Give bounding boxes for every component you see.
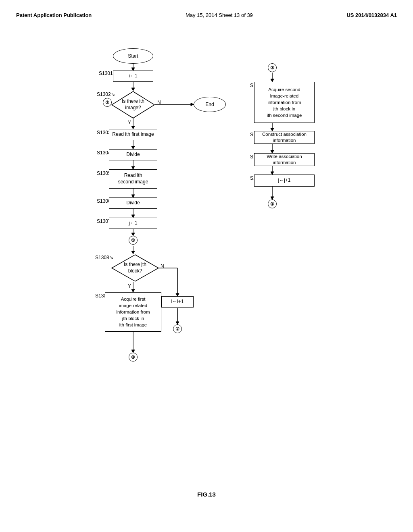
svg-marker-9 [131, 146, 135, 149]
svg-marker-36 [271, 197, 274, 200]
header: Patent Application Publication May 15, 2… [16, 8, 397, 26]
svg-marker-26 [131, 350, 135, 353]
s1312-box: Write associationinformation [254, 153, 315, 166]
circle1-a: ① [129, 236, 138, 245]
end-oval: End [194, 97, 226, 112]
header-left: Patent Application Publication [16, 12, 92, 18]
svg-marker-3 [131, 88, 135, 91]
svg-marker-5 [131, 126, 135, 129]
s1308-y-label: Y [128, 283, 131, 289]
header-right: US 2014/0132834 A1 [346, 12, 397, 18]
svg-marker-21 [131, 289, 135, 292]
svg-marker-38 [176, 322, 179, 324]
s1301-box: i←1 [113, 71, 153, 82]
s1311-box: Construct associationinformation [254, 131, 315, 144]
s1302-y-label: Y [128, 120, 131, 125]
s1302-diamond: Is there ithimage? [111, 91, 155, 119]
svg-marker-30 [271, 128, 274, 131]
s1314-box: i←i+1 [161, 296, 194, 308]
s1303-box: Read ith first image [109, 129, 157, 140]
s1304-box: Divide [109, 149, 157, 160]
s1307-box: j←1 [109, 218, 157, 229]
svg-marker-28 [271, 79, 274, 82]
s1309-box: Acquire firstimage-relatedinformation fr… [105, 292, 161, 332]
svg-marker-1 [131, 68, 135, 71]
s1302-n-label: N [157, 100, 161, 105]
circle1-b: ① [268, 200, 277, 208]
svg-marker-7 [191, 103, 194, 106]
s1308-label: S1308↘ [95, 255, 113, 260]
diagram-area: Start S1301↘ i←1 ② S1302↘ Is there ithim… [16, 30, 397, 502]
circle2-b: ② [103, 98, 112, 107]
circle2-a: ② [173, 324, 182, 333]
page: Patent Application Publication May 15, 2… [0, 0, 413, 532]
svg-marker-15 [131, 215, 135, 218]
start-oval: Start [113, 48, 153, 64]
figure-caption: FIG.13 [16, 491, 397, 498]
s1306-box: Divide [109, 197, 157, 209]
svg-marker-19 [131, 251, 135, 254]
svg-marker-32 [271, 150, 274, 153]
s1308-diamond: Is there jthblock? [111, 254, 159, 282]
svg-marker-17 [131, 233, 135, 236]
circle3-a: ③ [129, 353, 138, 362]
s1310-box: Acquire secondimage-relatedinformation f… [254, 82, 315, 123]
s1305-box: Read ith second image [109, 169, 157, 189]
header-center: May 15, 2014 Sheet 13 of 39 [186, 12, 253, 18]
svg-marker-34 [271, 172, 274, 175]
s1308-n-label: N [161, 263, 164, 269]
svg-marker-24 [176, 293, 179, 296]
svg-marker-11 [131, 166, 135, 169]
s1313-box: j←j+1 [254, 175, 315, 187]
svg-marker-13 [131, 195, 135, 197]
circle3-b: ③ [268, 63, 277, 72]
